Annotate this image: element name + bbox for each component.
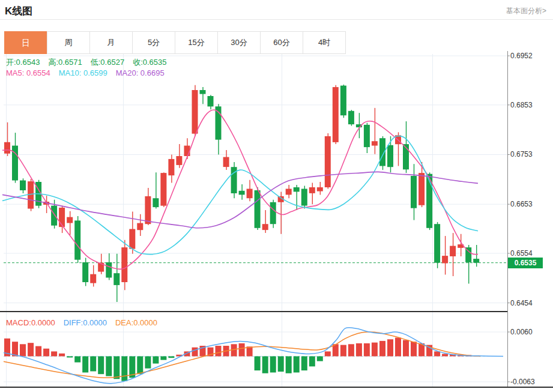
macd-bar <box>278 357 284 372</box>
kline-module: K线图 基本面分析> 日周月5分15分30分60分4时 开:0.6543高:0.… <box>0 0 553 392</box>
candle-body <box>137 223 143 231</box>
price-axis-tick-label: 0.6753 <box>510 150 533 158</box>
macd-axis-tick-label: 0.0060 <box>510 328 533 336</box>
price-axis-tick-label: 0.6454 <box>510 299 533 307</box>
legend-item-DIFF: DIFF:0.0000 <box>64 318 107 327</box>
macd-bar <box>395 338 401 357</box>
candle-body <box>90 274 96 283</box>
macd-bar <box>348 344 354 356</box>
candle-body <box>255 190 261 228</box>
macd-bar <box>317 357 323 361</box>
candle-body <box>419 173 425 205</box>
legend-item-MACD: MACD:0.0000 <box>6 318 55 327</box>
macd-bar <box>145 357 151 369</box>
macd-bar <box>35 346 41 357</box>
candle-body <box>442 256 448 263</box>
legend-item-高: 高:0.6571 <box>48 58 82 67</box>
candle-body <box>239 191 245 195</box>
macd-bar <box>82 357 88 373</box>
candle-body <box>364 125 370 147</box>
macd-bar <box>106 357 112 376</box>
candle-body <box>317 187 323 191</box>
candle-body <box>262 224 268 230</box>
macd-bar <box>294 357 300 373</box>
macd-bar <box>340 345 346 357</box>
candle-body <box>20 181 26 191</box>
candle-body <box>59 208 65 227</box>
candle-body <box>325 136 331 187</box>
candle-body <box>129 229 135 249</box>
legend-item-开: 开:0.6543 <box>6 58 40 67</box>
candle-body <box>4 142 10 154</box>
current-price-tag: 0.6535 <box>508 258 543 268</box>
legend-item-MA5: MA5: 0.6554 <box>6 68 50 77</box>
candle-body <box>450 246 456 256</box>
macd-bar <box>262 357 268 373</box>
macd-bar <box>192 348 198 357</box>
macd-bar <box>90 357 96 372</box>
macd-bar <box>270 357 276 373</box>
macd-bar <box>43 349 49 357</box>
macd-bar <box>301 357 307 371</box>
macd-bar <box>309 357 315 367</box>
macd-bar <box>411 342 417 356</box>
candle-body <box>168 159 174 175</box>
legend-item-MA20: MA20: 0.6695 <box>116 68 165 77</box>
macd-bar <box>255 357 261 371</box>
macd-bar <box>379 341 385 357</box>
candle-body <box>176 156 182 165</box>
macd-legend: MACD:0.0000DIFF:0.0000DEA:0.0000 <box>6 318 166 327</box>
candle-body <box>160 173 166 206</box>
candle-body <box>192 90 198 134</box>
legend-item-低: 低:0.6527 <box>91 58 124 67</box>
candle-body <box>200 90 206 94</box>
candle-body <box>67 217 73 223</box>
price-axis-tick-label: 0.6853 <box>510 101 533 109</box>
candle-body <box>411 176 417 208</box>
macd-bar <box>51 351 57 356</box>
macd-bar <box>28 343 34 356</box>
candle-body <box>348 111 354 124</box>
macd-bar <box>160 357 166 360</box>
chart-area: 开:0.6543高:0.6571低:0.6527收:0.6535 MA5: 0.… <box>0 0 553 392</box>
candle-body <box>82 262 88 282</box>
macd-bar <box>98 357 104 375</box>
macd-bar <box>67 357 73 358</box>
macd-bar <box>403 340 409 357</box>
candle-body <box>286 189 292 195</box>
candle-body <box>340 86 346 116</box>
candle-body <box>153 198 159 207</box>
macd-bar <box>74 357 80 363</box>
candle-body <box>333 87 339 142</box>
candle-body <box>294 187 300 191</box>
candle-body <box>270 202 276 224</box>
macd-bar <box>59 354 65 357</box>
macd-bar <box>325 351 331 356</box>
price-axis-tick-label: 0.6554 <box>510 249 533 258</box>
macd-bar <box>216 346 222 357</box>
ohlc-legend: 开:0.6543高:0.6571低:0.6527收:0.6535 <box>6 57 175 68</box>
macd-bar <box>113 357 119 379</box>
macd-bar <box>442 354 448 357</box>
candle-body <box>74 220 80 259</box>
legend-item-DEA: DEA:0.0000 <box>115 318 157 327</box>
macd-axis-tick-label: -0.0063 <box>510 378 535 386</box>
price-axis-tick-label: 0.6952 <box>510 52 533 60</box>
ma-legend: MA5: 0.6554MA10: 0.6599MA20: 0.6695 <box>6 68 173 77</box>
macd-bar <box>286 357 292 373</box>
macd-bar <box>20 344 26 356</box>
ma20-line <box>2 172 478 228</box>
macd-bar <box>372 343 378 357</box>
macd-bar <box>137 357 143 375</box>
macd-bar <box>239 343 245 357</box>
candle-body <box>247 189 253 199</box>
candle-body <box>51 206 57 226</box>
macd-bar <box>168 357 174 358</box>
candle-body <box>106 262 112 278</box>
macd-bar <box>121 357 127 381</box>
candle-body <box>309 187 315 193</box>
candle-body <box>473 259 479 263</box>
macd-bar <box>364 343 370 357</box>
price-axis-tick-label: 0.6653 <box>510 200 533 208</box>
legend-item-收: 收:0.6535 <box>133 58 166 67</box>
